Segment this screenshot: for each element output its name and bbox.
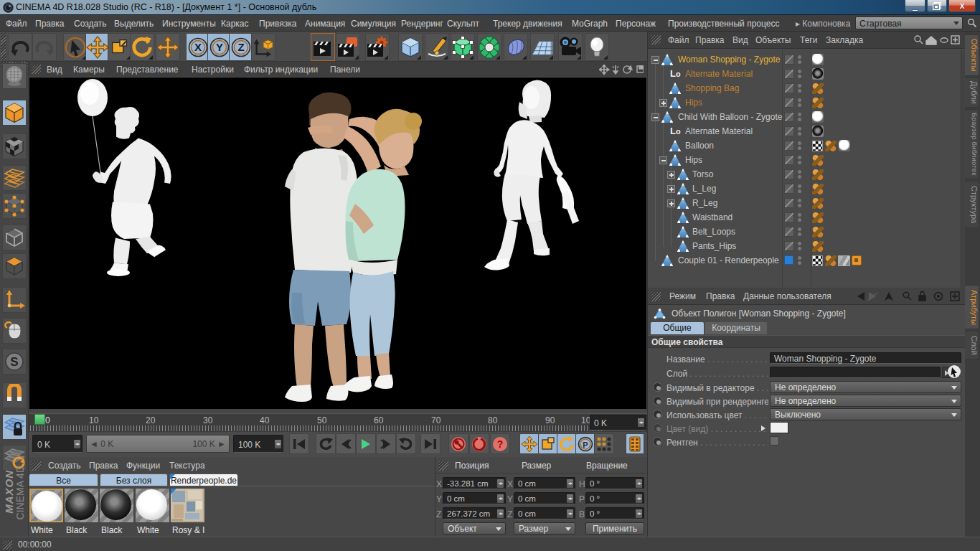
svg-text:?: ? xyxy=(497,438,504,450)
svg-text:Y: Y xyxy=(216,41,223,53)
svg-text:X: X xyxy=(194,41,202,53)
svg-text:P: P xyxy=(583,440,588,448)
svg-text:Z: Z xyxy=(237,41,244,53)
svg-text:S: S xyxy=(10,355,18,369)
